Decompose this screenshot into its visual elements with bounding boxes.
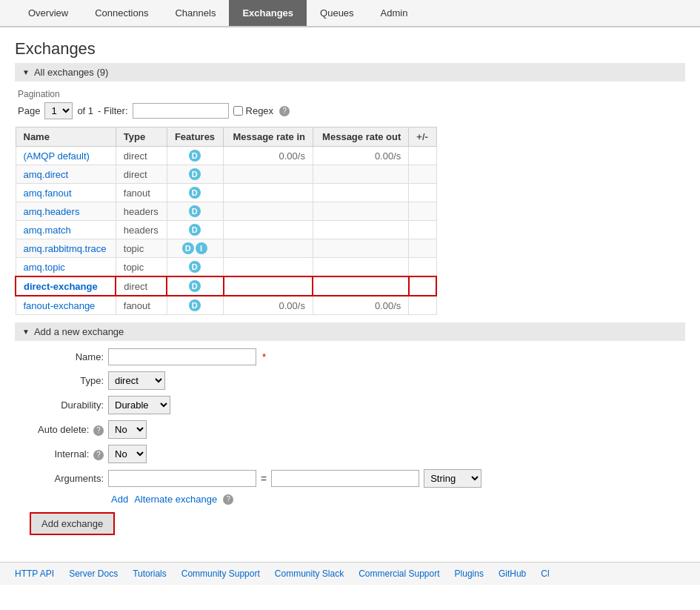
page-select[interactable]: 1 <box>44 102 73 119</box>
auto-delete-row: Auto delete: ? No Yes <box>30 420 685 439</box>
exchange-name-link[interactable]: direct-exchange <box>24 281 98 292</box>
exchange-rate-in: 0.00/s <box>224 147 313 165</box>
exchange-plus-minus <box>409 202 436 221</box>
table-row[interactable]: (AMQP default)directD0.00/s0.00/s <box>16 147 436 165</box>
required-star: * <box>262 351 266 362</box>
footer-tutorials[interactable]: Tutorials <box>133 568 167 579</box>
exchange-name-link[interactable]: amq.rabbitmq.trace <box>24 243 107 254</box>
exchange-name-link[interactable]: (AMQP default) <box>24 150 90 162</box>
table-row[interactable]: fanout-exchangefanoutD0.00/s0.00/s <box>16 296 436 315</box>
exchange-rate-out: 0.00/s <box>313 296 408 315</box>
add-link-row: Add Alternate exchange ? <box>111 494 685 505</box>
durability-label: Durability: <box>30 400 104 411</box>
nav-channels[interactable]: Channels <box>161 0 229 26</box>
nav-queues[interactable]: Queues <box>307 0 367 26</box>
exchange-type: direct <box>116 147 167 165</box>
help-icon[interactable]: ? <box>279 106 290 116</box>
name-input[interactable] <box>108 348 256 365</box>
exchange-plus-minus <box>409 239 436 258</box>
arg-key-input[interactable] <box>108 470 256 487</box>
page-text: Page <box>18 105 40 116</box>
auto-delete-help[interactable]: ? <box>93 425 104 436</box>
exchange-rate-out <box>313 276 408 296</box>
add-exchange-button[interactable]: Add exchange <box>30 512 115 535</box>
all-exchanges-label: All exchanges (9) <box>34 67 108 78</box>
internal-help[interactable]: ? <box>93 450 104 460</box>
exchange-rate-out <box>313 165 408 184</box>
exchange-type: fanout <box>116 184 167 202</box>
exchange-features: D <box>167 221 223 239</box>
exchange-features: D <box>167 276 223 296</box>
exchange-rate-in <box>224 184 313 202</box>
arguments-label: Arguments: <box>30 473 104 484</box>
arguments-row: Arguments: = String Number Boolean <box>30 469 685 488</box>
auto-delete-label: Auto delete: ? <box>30 424 104 436</box>
alt-exchange-help[interactable]: ? <box>223 494 233 505</box>
exchange-name-link[interactable]: amq.direct <box>24 169 69 180</box>
footer-http-api[interactable]: HTTP API <box>15 568 54 579</box>
exchange-name-link[interactable]: amq.match <box>24 225 71 236</box>
pagination-controls: Page 1 of 1 - Filter: Regex ? <box>18 102 682 119</box>
footer-plugins[interactable]: Plugins <box>455 568 484 579</box>
table-row[interactable]: amq.directdirectD <box>16 165 436 184</box>
table-header-row: Name Type Features Message rate in Messa… <box>16 127 436 147</box>
footer-community-slack[interactable]: Community Slack <box>275 568 344 579</box>
add-argument-link[interactable]: Add <box>111 494 128 505</box>
exchange-type: direct <box>116 276 167 296</box>
add-exchange-form: Name: * Type: direct fanout headers topi… <box>30 348 685 505</box>
footer: HTTP API Server Docs Tutorials Community… <box>0 562 700 585</box>
footer-cl[interactable]: Cl <box>541 568 549 579</box>
nav-connections[interactable]: Connections <box>81 0 161 26</box>
exchange-name: (AMQP default) <box>16 147 116 165</box>
footer-server-docs[interactable]: Server Docs <box>69 568 118 579</box>
table-row[interactable]: amq.matchheadersD <box>16 221 436 239</box>
exchange-plus-minus <box>409 276 436 296</box>
exchange-rate-out <box>313 202 408 221</box>
nav-admin[interactable]: Admin <box>367 0 421 26</box>
table-row[interactable]: amq.fanoutfanoutD <box>16 184 436 202</box>
auto-delete-select[interactable]: No Yes <box>108 420 147 439</box>
exchange-name: amq.rabbitmq.trace <box>16 239 116 258</box>
nav-overview[interactable]: Overview <box>15 0 81 26</box>
durability-select[interactable]: Durable Transient <box>108 396 170 414</box>
alt-exchange-link[interactable]: Alternate exchange <box>134 494 217 505</box>
exchange-type: direct <box>116 165 167 184</box>
exchange-name-link[interactable]: amq.topic <box>24 262 65 273</box>
col-rate-out: Message rate out <box>313 127 408 147</box>
filter-input[interactable] <box>133 103 229 119</box>
exchange-name: amq.headers <box>16 202 116 221</box>
exchange-plus-minus <box>409 184 436 202</box>
table-row[interactable]: amq.topictopicD <box>16 258 436 277</box>
internal-select[interactable]: No Yes <box>108 445 147 463</box>
collapse-arrow: ▼ <box>22 68 30 76</box>
table-row[interactable]: amq.headersheadersD <box>16 202 436 221</box>
type-label: Type: <box>30 375 104 386</box>
add-exchange-header[interactable]: ▼ Add a new exchange <box>15 322 685 341</box>
top-navigation: Overview Connections Channels Exchanges … <box>0 0 700 27</box>
exchange-name: amq.fanout <box>16 184 116 202</box>
regex-label: Regex <box>233 105 274 116</box>
type-select[interactable]: direct fanout headers topic <box>108 371 165 390</box>
nav-exchanges[interactable]: Exchanges <box>229 0 307 26</box>
of-label: of 1 <box>77 105 93 116</box>
footer-commercial-support[interactable]: Commercial Support <box>359 568 439 579</box>
exchange-features: D <box>167 147 223 165</box>
exchange-name-link[interactable]: fanout-exchange <box>24 300 96 311</box>
durability-row: Durability: Durable Transient <box>30 396 685 414</box>
page-title: Exchanges <box>15 39 685 59</box>
all-exchanges-header[interactable]: ▼ All exchanges (9) <box>15 63 685 82</box>
arg-value-input[interactable] <box>271 470 419 487</box>
exchange-name-link[interactable]: amq.fanout <box>24 188 72 199</box>
footer-github[interactable]: GitHub <box>499 568 526 579</box>
col-features: Features <box>167 127 223 147</box>
regex-checkbox[interactable] <box>233 106 243 116</box>
table-row[interactable]: amq.rabbitmq.tracetopicDI <box>16 239 436 258</box>
exchange-name-link[interactable]: amq.headers <box>24 206 80 217</box>
table-row[interactable]: direct-exchangedirectD <box>16 276 436 296</box>
add-exchange-label: Add a new exchange <box>34 326 124 337</box>
arg-type-select[interactable]: String Number Boolean <box>424 469 481 488</box>
internal-label: Internal: ? <box>30 448 104 460</box>
internal-row: Internal: ? No Yes <box>30 445 685 463</box>
footer-community-support[interactable]: Community Support <box>181 568 260 579</box>
exchange-rate-out <box>313 221 408 239</box>
